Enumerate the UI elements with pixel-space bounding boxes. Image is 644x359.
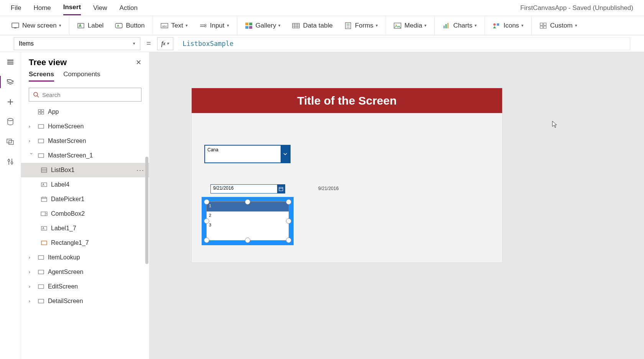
app-screen[interactable]: Title of the Screen Cana 9/21/2016 9/21/… [192,88,502,262]
listbox-item[interactable]: 3 [207,221,289,231]
tree-node-combobox2[interactable]: ComboBox2 [21,207,149,221]
button-button[interactable]: Button [113,20,147,31]
charts-button[interactable]: Charts ▾ [440,20,479,31]
resize-handle-n[interactable] [245,199,250,205]
svg-rect-3 [115,23,122,28]
forms-button[interactable]: Forms ▾ [342,20,380,31]
input-button[interactable]: Input ▾ [197,20,232,31]
combobox-dropdown-button[interactable] [281,146,290,162]
date-label[interactable]: 9/21/2016 [318,186,338,191]
media-rail-icon[interactable] [6,137,15,146]
tree-node-label4[interactable]: Label4 [21,177,149,192]
formula-input[interactable]: ListboxSample [178,37,630,50]
resize-handle-se[interactable] [286,238,291,243]
chevron-down-icon [283,152,288,156]
icons-button[interactable]: Icons ▾ [490,20,526,31]
tree-node-masterscreen[interactable]: › MasterScreen [21,134,149,148]
svg-rect-59 [41,183,47,187]
screen-title-bar[interactable]: Title of the Screen [192,88,502,113]
charts-button-text: Charts [453,22,472,30]
close-icon[interactable]: ✕ [136,58,141,67]
label-icon [40,225,48,231]
search-box[interactable] [29,88,141,102]
tree-node-homescreen[interactable]: › HomeScreen [21,119,149,134]
custom-button-text: Custom [550,22,573,30]
more-icon[interactable]: ··· [136,166,145,174]
resize-handle-sw[interactable] [204,238,209,243]
media-button[interactable]: Media ▾ [391,20,429,31]
advanced-icon[interactable] [6,157,15,166]
resize-handle-ne[interactable] [286,199,291,205]
combobox-control[interactable]: Cana [204,145,291,163]
property-selector[interactable]: Items ▾ [14,37,140,50]
insert-icon[interactable] [6,97,15,107]
cursor-icon [552,121,558,128]
app-icon [37,109,45,115]
tree-node-editscreen[interactable]: › EditScreen [21,279,149,294]
resize-handle-nw[interactable] [204,199,209,205]
svg-rect-11 [249,23,252,25]
menu-file[interactable]: File [11,1,21,15]
tree-node-itemlookup[interactable]: › ItemLookup [21,250,149,265]
tree-node-masterscreen1[interactable]: › MasterScreen_1 [21,148,149,163]
custom-button[interactable]: Custom ▾ [537,20,580,31]
caret-down-icon[interactable]: › [29,153,34,158]
datepicker-control[interactable]: 9/21/2016 [210,184,285,193]
button-icon [115,22,123,30]
listbox-item[interactable]: 2 [207,211,289,221]
tree-node-label: Label4 [51,181,69,188]
data-icon[interactable] [6,117,15,126]
gallery-button[interactable]: Gallery ▾ [243,20,283,31]
tree-list[interactable]: App › HomeScreen › MasterScreen › Master… [21,105,149,359]
scrollbar[interactable] [145,157,148,264]
svg-rect-54 [38,139,44,143]
fx-button[interactable]: fx ▾ [157,37,173,50]
svg-rect-34 [544,26,546,28]
datepicker-button[interactable] [277,185,285,193]
tree-node-agentscreen[interactable]: › AgentScreen [21,265,149,279]
datatable-button[interactable]: Data table [290,20,335,31]
tree-node-detailscreen[interactable]: › DetailScreen [21,294,149,308]
search-icon [33,92,39,98]
tab-screens[interactable]: Screens [29,70,54,82]
svg-point-24 [396,24,397,25]
tree-node-label1-7[interactable]: Label1_7 [21,221,149,236]
icons-button-text: Icons [503,22,519,30]
new-screen-button[interactable]: New screen ▾ [9,20,64,31]
caret-right-icon[interactable]: › [29,269,34,275]
forms-button-text: Forms [355,22,373,30]
calendar-icon [279,187,283,191]
tree-node-datepicker1[interactable]: DatePicker1 [21,192,149,207]
label-button[interactable]: Label [75,20,106,31]
canvas-scroll-area[interactable] [639,52,644,359]
canvas-area[interactable]: Title of the Screen Cana 9/21/2016 9/21/… [150,52,644,359]
tree-node-app[interactable]: App [21,105,149,119]
caret-right-icon[interactable]: › [29,255,34,260]
menu-action[interactable]: Action [120,1,138,15]
resize-handle-w[interactable] [204,218,209,224]
tab-components[interactable]: Components [63,70,100,82]
caret-right-icon[interactable]: › [29,138,34,144]
tree-node-listbox1[interactable]: ListBox1 ··· [21,163,149,177]
caret-right-icon[interactable]: › [29,298,34,304]
tree-node-rectangle1-7[interactable]: Rectangle1_7 [21,236,149,250]
caret-right-icon[interactable]: › [29,284,34,289]
hamburger-icon[interactable] [6,57,15,67]
menu-view[interactable]: View [93,1,107,15]
listbox-selection[interactable]: 1 2 3 [202,197,294,245]
screen-icon [37,269,45,275]
listbox-control[interactable]: 1 2 3 [206,202,289,241]
text-button[interactable]: abc Text ▾ [158,20,190,31]
resize-handle-s[interactable] [245,238,250,243]
caret-right-icon[interactable]: › [29,124,34,129]
menu-insert[interactable]: Insert [63,0,81,15]
chevron-down-icon: ▾ [167,41,169,46]
svg-rect-60 [41,197,47,202]
chevron-down-icon: ▾ [575,23,577,28]
resize-handle-e[interactable] [286,218,291,224]
screen-icon [12,22,19,30]
svg-rect-56 [41,168,47,172]
tree-view-icon[interactable] [6,77,15,87]
search-input[interactable] [42,92,137,98]
menu-home[interactable]: Home [33,1,51,15]
